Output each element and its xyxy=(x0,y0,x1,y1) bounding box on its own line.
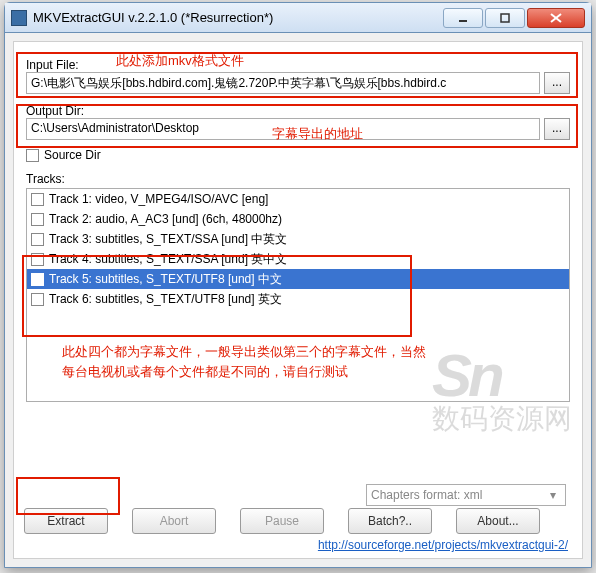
list-item[interactable]: Track 5: subtitles, S_TEXT/UTF8 [und] 中文 xyxy=(27,269,569,289)
annotation-text: 字幕导出的地址 xyxy=(272,125,363,143)
minimize-icon xyxy=(458,13,468,23)
output-dir-label: Output Dir: xyxy=(26,104,570,118)
checkbox-icon xyxy=(31,233,44,246)
track-text: Track 2: audio, A_AC3 [und] (6ch, 48000h… xyxy=(49,212,282,226)
chevron-down-icon: ▾ xyxy=(545,488,561,502)
svg-rect-1 xyxy=(501,14,509,22)
track-text: Track 6: subtitles, S_TEXT/UTF8 [und] 英文 xyxy=(49,291,282,308)
checkbox-icon xyxy=(31,293,44,306)
maximize-button[interactable] xyxy=(485,8,525,28)
output-browse-button[interactable]: ... xyxy=(544,118,570,140)
extract-button[interactable]: Extract xyxy=(24,508,108,534)
app-window: MKVExtractGUI v.2.2.1.0 (*Resurrection*)… xyxy=(4,2,592,568)
button-bar: Extract Abort Pause Batch?.. About... xyxy=(24,508,572,534)
close-button[interactable] xyxy=(527,8,585,28)
track-text: Track 4: subtitles, S_TEXT/SSA [und] 英中文 xyxy=(49,251,287,268)
tracks-label: Tracks: xyxy=(26,172,570,186)
list-item[interactable]: Track 3: subtitles, S_TEXT/SSA [und] 中英文 xyxy=(27,229,569,249)
input-file-field[interactable]: G:\电影\飞鸟娱乐[bbs.hdbird.com].鬼镜2.720P.中英字幕… xyxy=(26,72,540,94)
checkbox-icon xyxy=(31,253,44,266)
track-text: Track 5: subtitles, S_TEXT/UTF8 [und] 中文 xyxy=(49,271,282,288)
batch-button[interactable]: Batch?.. xyxy=(348,508,432,534)
input-browse-button[interactable]: ... xyxy=(544,72,570,94)
client-area: Input File: G:\电影\飞鸟娱乐[bbs.hdbird.com].鬼… xyxy=(13,41,583,559)
list-item[interactable]: Track 4: subtitles, S_TEXT/SSA [und] 英中文 xyxy=(27,249,569,269)
maximize-icon xyxy=(500,13,510,23)
app-icon xyxy=(11,10,27,26)
list-item[interactable]: Track 6: subtitles, S_TEXT/UTF8 [und] 英文 xyxy=(27,289,569,309)
chapters-format-combo[interactable]: Chapters format: xml ▾ xyxy=(366,484,566,506)
checkbox-icon xyxy=(31,193,44,206)
checkbox-icon xyxy=(31,273,44,286)
minimize-button[interactable] xyxy=(443,8,483,28)
abort-button[interactable]: Abort xyxy=(132,508,216,534)
watermark-text: 数码资源网 xyxy=(432,400,572,438)
combo-value: Chapters format: xml xyxy=(371,488,482,502)
checkbox-icon xyxy=(26,149,39,162)
list-item[interactable]: Track 1: video, V_MPEG4/ISO/AVC [eng] xyxy=(27,189,569,209)
close-icon xyxy=(550,13,562,23)
project-link[interactable]: http://sourceforge.net/projects/mkvextra… xyxy=(318,538,568,552)
titlebar[interactable]: MKVExtractGUI v.2.2.1.0 (*Resurrection*) xyxy=(5,3,591,33)
source-dir-label: Source Dir xyxy=(44,148,101,162)
input-file-label: Input File: xyxy=(26,58,570,72)
track-text: Track 3: subtitles, S_TEXT/SSA [und] 中英文 xyxy=(49,231,287,248)
source-dir-checkbox[interactable]: Source Dir xyxy=(26,148,570,162)
annotation-text: 此处四个都为字幕文件，一般导出类似第三个的字幕文件，当然每台电视机或者每个文件都… xyxy=(62,342,432,382)
list-item[interactable]: Track 2: audio, A_AC3 [und] (6ch, 48000h… xyxy=(27,209,569,229)
annotation-text: 此处添加mkv格式文件 xyxy=(116,52,244,70)
track-text: Track 1: video, V_MPEG4/ISO/AVC [eng] xyxy=(49,192,268,206)
pause-button[interactable]: Pause xyxy=(240,508,324,534)
checkbox-icon xyxy=(31,213,44,226)
about-button[interactable]: About... xyxy=(456,508,540,534)
window-title: MKVExtractGUI v.2.2.1.0 (*Resurrection*) xyxy=(33,10,443,25)
